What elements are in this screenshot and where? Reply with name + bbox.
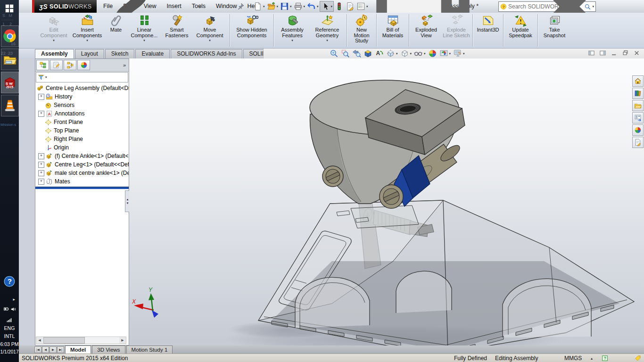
tab-model[interactable]: Model [65,346,91,354]
ribbon-insert-components[interactable]: Insert Components▾ [69,13,106,48]
tab-layout[interactable]: Layout [75,49,104,58]
tree-filter-box[interactable]: ▾ [36,72,128,82]
rollback-bar[interactable] [35,187,129,189]
dropdown-arrow[interactable]: ▾ [326,39,328,42]
model-right-screw[interactable] [380,185,403,208]
expand-toggle[interactable]: + [38,170,44,176]
ribbon-bill-of-materials[interactable]: Bill of Materials [378,13,407,48]
propertymanager-tab[interactable] [50,60,63,70]
edit-appearance-button[interactable] [428,49,437,58]
3d-drawing-view-button[interactable]: A [375,49,384,58]
scroll-left-arrow[interactable]: ◀ [36,337,43,344]
dropdown-arrow[interactable]: ▾ [424,52,426,56]
taskbar-explorer-button[interactable] [1,49,19,70]
dropdown-arrow[interactable]: ▾ [449,52,451,56]
taskpane-file-explorer-tab[interactable] [632,100,644,111]
ribbon-instant3d[interactable]: Instant3D [474,13,502,48]
dropdown-arrow[interactable]: ▾ [143,39,145,42]
start-button-icon[interactable] [4,3,15,13]
tray-date[interactable]: 1/1/2017 [0,349,19,354]
expand-toggle[interactable]: + [38,153,44,159]
units-selector[interactable]: MMGS [564,355,582,362]
battery-icon[interactable] [3,306,9,312]
scroll-thumb[interactable] [43,337,85,344]
tab-evaluate[interactable]: Evaluate [135,49,170,58]
model-canvas[interactable]: X Y [129,58,644,346]
tree-item-top-plane[interactable]: Top Plane [35,126,129,135]
dropdown-arrow[interactable]: ▾ [410,52,412,56]
dropdown-arrow[interactable]: ▾ [53,39,55,42]
tab-nav-3[interactable]: ▶| [57,346,64,353]
ribbon-linear-compone[interactable]: Linear Compone...▾ [126,13,162,48]
tab-nav-0[interactable]: |◀ [34,346,41,353]
configurationmanager-tab[interactable] [64,60,76,70]
featuremanager-tab[interactable] [36,60,49,70]
tree-item-centre-leg-assembly-default-di[interactable]: Centre Leg Assembly (Default<Dis [35,84,129,92]
win-restore-icon[interactable] [622,49,629,57]
expand-toggle[interactable]: + [38,162,44,168]
taskpane-home-tab[interactable] [632,75,644,87]
network-signal-icon[interactable] [5,317,13,323]
ribbon-exploded-view[interactable]: Exploded View [411,13,442,48]
tree-item-front-plane[interactable]: Front Plane [35,118,129,126]
ribbon-show-hidden-components[interactable]: Show Hidden Components [231,13,272,48]
tree-item-right-plane[interactable]: Right Plane [35,135,129,143]
ribbon-smart-fasteners[interactable]: Smart Fasteners [162,13,191,48]
dropdown-arrow[interactable]: ▾ [463,52,465,56]
filter-dropdown-arrow[interactable]: ▾ [45,75,47,79]
tree-item-sensors[interactable]: Sensors [35,101,129,109]
tree-item-history[interactable]: +History [35,92,129,101]
displaymanager-tab[interactable] [77,60,90,70]
taskpane-appearances-tab[interactable] [632,124,644,136]
tree-horizontal-scrollbar[interactable]: ◀ ▶ [36,337,126,344]
tab-solidworks-add-ins[interactable]: SOLIDWORKS Add-Ins [171,49,242,58]
taskpane-view-palette-tab[interactable] [632,112,644,123]
dropdown-arrow[interactable]: ▾ [291,39,293,42]
panel-expand-chevron[interactable]: » [123,62,128,68]
units-dropdown-arrow[interactable]: ▴ [591,356,593,361]
zoom-fit-button[interactable] [330,49,339,58]
zoom-area-button[interactable] [341,49,350,58]
tray-language[interactable]: ENG [0,325,19,331]
taskbar-chrome-button[interactable] [1,25,19,47]
tag-icon[interactable] [635,355,641,362]
tree-item-origin[interactable]: Origin [35,143,129,152]
quick-tips-icon[interactable]: ? [602,355,608,362]
help-dropdown-arrow[interactable]: ▾ [198,5,200,8]
tree-item-male-slot-centre-ankle-1-def[interactable]: +male slot centre ankle<1> (Def [35,169,129,177]
view-orientation-button[interactable]: ▾ [386,49,398,58]
dropdown-arrow[interactable]: ▾ [86,39,88,42]
tray-region[interactable]: INTL [0,333,19,339]
win-close-icon[interactable] [633,49,640,57]
ribbon-assembly-features[interactable]: Assembly Features▾ [275,13,309,48]
taskpane-design-library-tab[interactable] [632,88,644,99]
ribbon-reference-geometry[interactable]: Reference Geometry▾ [309,13,345,48]
model-left-screw[interactable] [322,166,343,187]
tree-item-centre-leg-1-default-defa[interactable]: +Centre Leg<1> (Default<<Defa [35,160,129,169]
win-min-icon[interactable] [611,49,618,57]
graphics-viewport[interactable]: X Y [129,58,644,346]
volume-icon[interactable] [10,306,17,313]
scroll-right-arrow[interactable]: ▶ [119,337,126,344]
tab-nav-1[interactable]: ◀ [42,346,49,353]
help-assistant-icon[interactable]: ? [3,275,16,288]
tab-assembly[interactable]: Assembly [35,49,74,58]
ribbon-move-component[interactable]: Move Component▾ [191,13,228,48]
tab-3d-views[interactable]: 3D Views [92,346,125,354]
ribbon-update-speedpak[interactable]: Update Speedpak [505,13,536,48]
dropdown-arrow[interactable]: ▾ [209,39,211,42]
taskbar-vlc-button[interactable] [1,95,19,116]
ribbon-mate[interactable]: Mate [106,13,126,48]
taskbar-solidworks-button[interactable]: S W2015 [1,72,19,93]
expand-toggle[interactable]: + [38,111,44,117]
display-style-button[interactable]: ▾ [400,49,412,58]
tray-clock[interactable]: 6:03 PM [0,341,19,347]
tree-item-annotations[interactable]: +AAnnotations [35,109,129,118]
model-foot[interactable] [258,200,634,346]
dropdown-arrow[interactable]: ▾ [396,52,398,56]
tree-item-f-centre-ankle-1-default[interactable]: +(f) Centre Ankle<1> (Default< [35,152,129,160]
tab-sketch[interactable]: Sketch [105,49,135,58]
section-view-button[interactable] [363,49,372,58]
view-settings-button[interactable]: ▾ [453,49,465,58]
tab-nav-2[interactable]: ▶ [50,346,57,353]
